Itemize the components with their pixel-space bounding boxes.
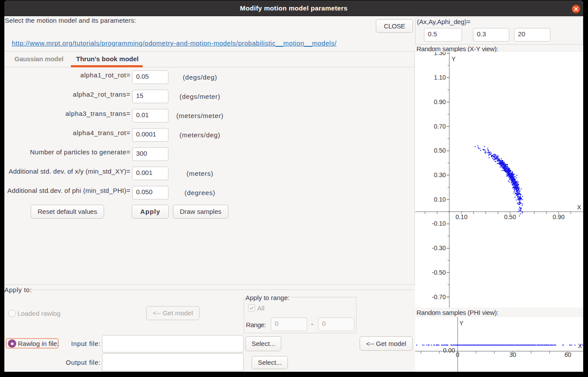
svg-text:0.50: 0.50 bbox=[434, 147, 446, 154]
svg-text:0.70: 0.70 bbox=[434, 123, 446, 130]
svg-text:1.10: 1.10 bbox=[434, 74, 446, 81]
svg-text:0.90: 0.90 bbox=[553, 213, 564, 220]
svg-text:Y: Y bbox=[452, 56, 456, 63]
svg-text:X: X bbox=[577, 204, 581, 211]
svg-text:30: 30 bbox=[509, 351, 516, 358]
svg-text:1.30: 1.30 bbox=[434, 52, 446, 56]
svg-text:0.00: 0.00 bbox=[443, 347, 455, 354]
svg-text:-0.70: -0.70 bbox=[432, 293, 446, 300]
svg-text:0.10: 0.10 bbox=[455, 213, 467, 220]
svg-text:0.50: 0.50 bbox=[504, 213, 516, 220]
svg-text:X: X bbox=[578, 342, 582, 349]
svg-text:0.90: 0.90 bbox=[434, 98, 446, 105]
svg-text:60: 60 bbox=[564, 351, 571, 358]
svg-text:0.30: 0.30 bbox=[434, 171, 446, 178]
svg-text:0: 0 bbox=[456, 351, 459, 358]
svg-text:-0.50: -0.50 bbox=[432, 269, 446, 276]
svg-text:Y: Y bbox=[459, 320, 464, 327]
svg-text:-0.30: -0.30 bbox=[432, 244, 446, 251]
svg-text:0.10: 0.10 bbox=[434, 196, 446, 203]
svg-text:-0.10: -0.10 bbox=[432, 220, 446, 227]
